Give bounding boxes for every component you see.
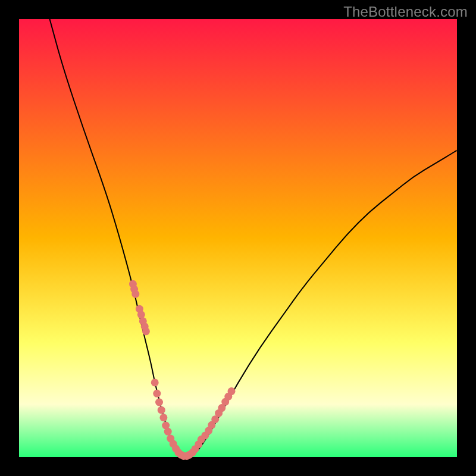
curve-dot: [151, 378, 159, 386]
curve-dot: [159, 414, 167, 421]
curve-dot: [137, 311, 145, 318]
curve-dot: [142, 327, 150, 335]
curve-dot: [164, 428, 172, 436]
curve-dot: [131, 290, 139, 298]
chart-stage: TheBottleneck.com: [0, 0, 476, 476]
watermark-label: TheBottleneck.com: [343, 4, 468, 20]
curve-dot: [228, 387, 236, 395]
curve-dot: [155, 399, 163, 406]
curve-dot: [153, 390, 161, 397]
bottleneck-plot: [0, 0, 476, 476]
curve-dot: [158, 406, 165, 414]
plot-background: [19, 19, 457, 457]
